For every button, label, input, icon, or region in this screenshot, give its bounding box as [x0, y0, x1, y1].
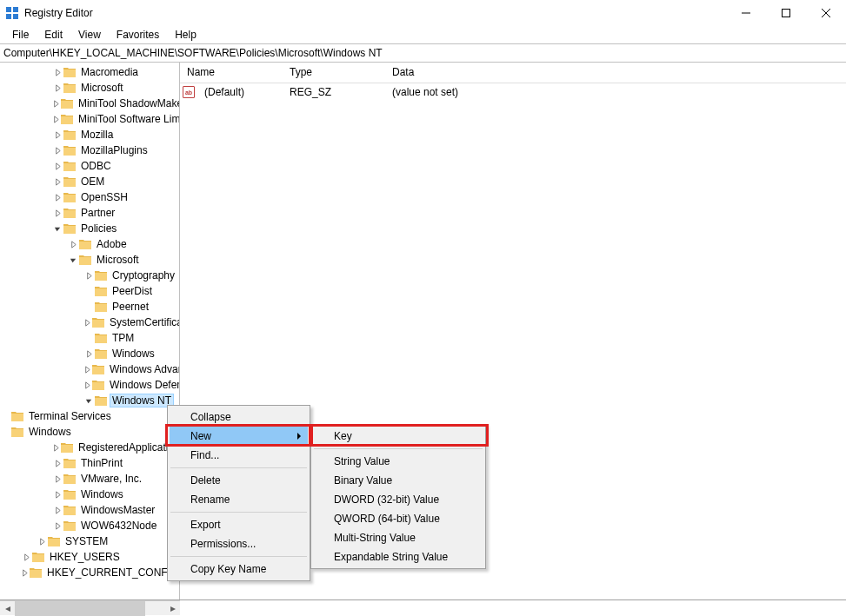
menu-item-find[interactable]: Find...	[170, 446, 308, 465]
chevron-right-icon[interactable]	[83, 317, 91, 328]
window-controls	[726, 0, 846, 26]
scroll-right-icon[interactable]: ▸	[165, 601, 180, 616]
svg-rect-5	[783, 9, 790, 17]
tree-item[interactable]: WOW6432Node	[0, 518, 179, 533]
address-input[interactable]	[3, 47, 843, 59]
tree-item[interactable]: Adobe	[0, 236, 179, 252]
menu-item-key[interactable]: Key	[313, 427, 483, 446]
tree-item[interactable]: Peernet	[0, 299, 179, 315]
chevron-right-icon[interactable]	[52, 505, 63, 515]
chevron-right-icon[interactable]	[83, 364, 91, 374]
chevron-right-icon[interactable]	[52, 192, 63, 202]
menu-item-new[interactable]: New	[170, 427, 308, 446]
chevron-right-icon[interactable]	[52, 520, 63, 531]
menu-favorites[interactable]: Favorites	[110, 27, 166, 43]
tree-item[interactable]: Windows Advanced Threat Protection	[0, 361, 179, 377]
value-row[interactable]: ab (Default) REG_SZ (value not set)	[180, 83, 846, 101]
column-type[interactable]: Type	[283, 63, 385, 83]
tree-item[interactable]: Microsoft	[0, 252, 179, 268]
tree-item[interactable]: Windows NT	[0, 393, 179, 408]
chevron-right-icon[interactable]	[83, 348, 94, 359]
tree-item[interactable]: RegisteredApplications	[0, 440, 179, 455]
menu-item-collapse[interactable]: Collapse	[170, 407, 308, 427]
menu-item-export[interactable]: Export	[170, 515, 308, 534]
tree-item[interactable]: MiniTool Software Limited	[0, 111, 179, 127]
chevron-down-icon[interactable]	[52, 223, 63, 234]
folder-icon	[63, 129, 77, 141]
close-button[interactable]	[806, 0, 846, 26]
chevron-right-icon[interactable]	[37, 536, 47, 546]
column-name[interactable]: Name	[180, 63, 283, 83]
chevron-right-icon[interactable]	[52, 67, 63, 77]
chevron-right-icon[interactable]	[83, 380, 91, 390]
menu-item-permissions[interactable]: Permissions...	[170, 534, 308, 553]
tree-item[interactable]: TPM	[0, 330, 179, 346]
menu-item-expandable-string-value[interactable]: Expandable String Value	[313, 547, 483, 566]
tree-item[interactable]: OEM	[0, 174, 179, 189]
menu-item-binary-value[interactable]: Binary Value	[313, 471, 483, 490]
column-data[interactable]: Data	[385, 63, 846, 83]
folder-icon	[63, 144, 77, 156]
chevron-right-icon[interactable]	[21, 552, 31, 562]
chevron-right-icon[interactable]	[52, 114, 60, 124]
tree-item[interactable]: ODBC	[0, 158, 179, 174]
chevron-right-icon[interactable]	[52, 442, 60, 453]
tree-pane[interactable]: MacromediaMicrosoftMiniTool ShadowMakerM…	[0, 63, 180, 599]
menu-item-string-value[interactable]: String Value	[313, 452, 483, 471]
menu-help[interactable]: Help	[168, 27, 203, 43]
chevron-right-icon[interactable]	[52, 129, 63, 140]
scroll-left-icon[interactable]: ◂	[0, 601, 15, 616]
chevron-right-icon[interactable]	[52, 98, 60, 109]
horizontal-scrollbar[interactable]: ◂ ▸	[0, 600, 180, 615]
tree-item[interactable]: Partner	[0, 205, 179, 221]
maximize-button[interactable]	[766, 0, 806, 26]
chevron-down-icon[interactable]	[68, 255, 78, 265]
tree-item[interactable]: OpenSSH	[0, 189, 179, 205]
menu-item-multi-string-value[interactable]: Multi-String Value	[313, 528, 483, 547]
folder-icon	[63, 473, 77, 485]
registry-tree[interactable]: MacromediaMicrosoftMiniTool ShadowMakerM…	[0, 63, 179, 580]
menu-file[interactable]: File	[5, 27, 36, 43]
tree-item[interactable]: MozillaPlugins	[0, 142, 179, 158]
tree-item[interactable]: Windows	[0, 487, 179, 502]
menu-item-qword-bit-value[interactable]: QWORD (64-bit) Value	[313, 509, 483, 528]
tree-item[interactable]: Windows Defender	[0, 377, 179, 393]
tree-item[interactable]: HKEY_CURRENT_CONFIG	[0, 565, 179, 580]
menu-view[interactable]: View	[71, 27, 108, 43]
chevron-right-icon[interactable]	[52, 83, 63, 93]
menu-item-rename[interactable]: Rename	[170, 490, 308, 509]
tree-item[interactable]: SYSTEM	[0, 533, 179, 549]
tree-item[interactable]: VMware, Inc.	[0, 471, 179, 487]
tree-item[interactable]: PeerDist	[0, 283, 179, 299]
chevron-right-icon[interactable]	[21, 567, 29, 578]
chevron-down-icon[interactable]	[83, 395, 94, 406]
chevron-right-icon[interactable]	[52, 474, 63, 484]
chevron-right-icon[interactable]	[52, 208, 63, 218]
tree-item[interactable]: Windows	[0, 424, 179, 440]
chevron-right-icon[interactable]	[68, 239, 78, 249]
chevron-right-icon[interactable]	[52, 176, 63, 187]
chevron-right-icon[interactable]	[83, 270, 94, 281]
scroll-thumb[interactable]	[15, 601, 145, 616]
tree-item[interactable]: Terminal Services	[0, 408, 179, 424]
tree-item[interactable]: ThinPrint	[0, 455, 179, 471]
menu-item-dword-bit-value[interactable]: DWORD (32-bit) Value	[313, 490, 483, 509]
tree-item[interactable]: Cryptography	[0, 268, 179, 283]
chevron-right-icon[interactable]	[52, 489, 63, 500]
tree-item[interactable]: Windows	[0, 346, 179, 361]
menu-item-copy-key-name[interactable]: Copy Key Name	[170, 560, 308, 579]
chevron-right-icon[interactable]	[52, 145, 63, 156]
chevron-right-icon[interactable]	[52, 161, 63, 171]
minimize-button[interactable]	[726, 0, 766, 26]
menu-item-delete[interactable]: Delete	[170, 471, 308, 490]
tree-item[interactable]: WindowsMaster	[0, 502, 179, 518]
tree-item[interactable]: SystemCertificates	[0, 315, 179, 330]
tree-item[interactable]: MiniTool ShadowMaker	[0, 96, 179, 111]
tree-item[interactable]: Microsoft	[0, 80, 179, 96]
tree-item[interactable]: Macromedia	[0, 64, 179, 80]
tree-item[interactable]: Policies	[0, 221, 179, 236]
tree-item[interactable]: Mozilla	[0, 127, 179, 142]
tree-item[interactable]: HKEY_USERS	[0, 549, 179, 565]
chevron-right-icon[interactable]	[52, 458, 63, 468]
menu-edit[interactable]: Edit	[37, 27, 70, 43]
